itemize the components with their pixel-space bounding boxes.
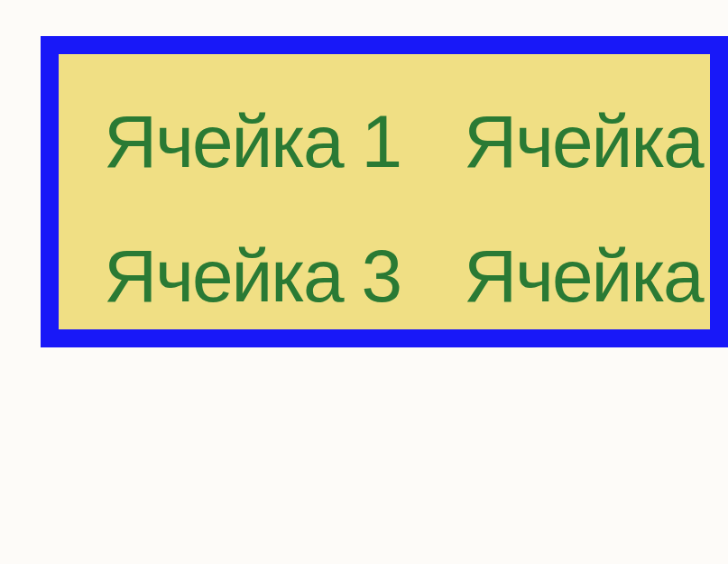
table-cell: Ячейка 2	[419, 54, 728, 225]
table-container: Ячейка 1 Ячейка 2 Ячейка 3 Ячейка 4	[41, 36, 728, 347]
table-cell: Ячейка 4	[419, 225, 728, 329]
table-row: Ячейка 1 Ячейка 2	[59, 54, 728, 225]
table-cell: Ячейка 3	[59, 225, 419, 329]
table-row: Ячейка 3 Ячейка 4	[59, 225, 728, 329]
table-cell: Ячейка 1	[59, 54, 419, 225]
example-table: Ячейка 1 Ячейка 2 Ячейка 3 Ячейка 4	[59, 54, 728, 329]
